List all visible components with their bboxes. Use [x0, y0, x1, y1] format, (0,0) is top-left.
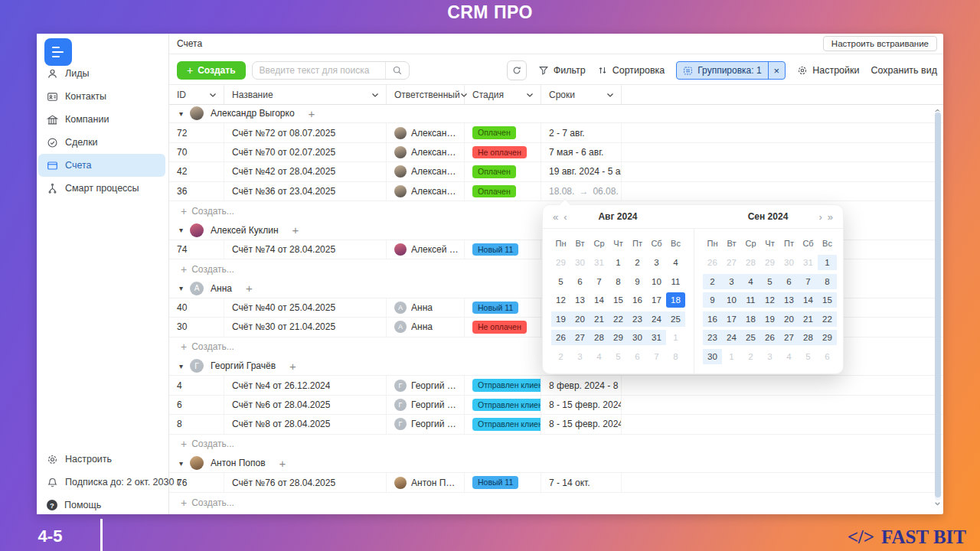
embed-settings-button[interactable]: Настроить встраивание [823, 36, 937, 51]
cell-dates[interactable]: 2 - 7 авг. [541, 123, 622, 142]
collapse-triangle-icon[interactable]: ▾ [179, 362, 183, 370]
cell-responsible[interactable]: ГГеоргий Грачёв [387, 396, 465, 414]
create-invoice-row[interactable]: +Создать... [169, 493, 943, 512]
grouping-close-icon[interactable]: × [768, 62, 786, 79]
calendar-day[interactable]: 1 [666, 328, 685, 347]
stage-badge[interactable]: Отправлен клиенту [472, 418, 541, 431]
calendar-day[interactable]: 1 [818, 253, 837, 272]
calendar-day[interactable]: 22 [818, 310, 837, 329]
calendar-day[interactable]: 24 [647, 310, 666, 329]
calendar-day[interactable]: 4 [666, 253, 685, 272]
calendar-day[interactable]: 15 [818, 291, 837, 310]
cell-dates[interactable]: 19 авг. 2024 - 5 ав... [541, 162, 622, 181]
calendar-day[interactable]: 27 [779, 328, 799, 347]
cell-id[interactable]: 30 [169, 318, 224, 336]
calendar-day[interactable]: 31 [799, 253, 818, 272]
calendar-day[interactable]: 11 [741, 291, 760, 310]
cell-responsible[interactable]: Антон Попов [387, 473, 465, 491]
date-range[interactable]: 7 - 14 окт. [549, 478, 590, 488]
calendar-day[interactable]: 9 [703, 291, 722, 310]
invoice-row[interactable]: 76Счёт №76 от 28.04.2025Антон ПоповНовый… [169, 473, 943, 492]
sidebar-item-1[interactable]: Контакты [38, 85, 165, 108]
calendar-day[interactable]: 29 [609, 328, 628, 347]
calendar-day[interactable]: 2 [628, 253, 647, 272]
cell-title[interactable]: Счёт №4 от 26.12.2024 [224, 376, 387, 394]
add-in-group-button[interactable]: + [246, 282, 253, 295]
invoice-row[interactable]: 6Счёт №6 от 28.04.2025ГГеоргий ГрачёвОтп… [169, 396, 943, 415]
calendar-day[interactable]: 24 [722, 328, 741, 347]
calendar-day[interactable]: 30 [703, 347, 722, 367]
calendar-day[interactable]: 29 [818, 328, 837, 347]
add-in-group-button[interactable]: + [289, 360, 296, 373]
calendar-day[interactable]: 8 [818, 272, 837, 292]
create-invoice-row[interactable]: +Создать... [169, 435, 943, 454]
column-header-title[interactable]: Название [224, 85, 387, 104]
cell-dates[interactable]: 8 - 15 февр. 2024 [541, 396, 622, 414]
stage-badge[interactable]: Новый 11 [472, 243, 518, 256]
sidebar-item-3[interactable]: Сделки [38, 131, 165, 154]
calendar-day[interactable]: 22 [609, 310, 628, 329]
calendar-day[interactable]: 12 [551, 291, 570, 310]
calendar-day[interactable]: 2 [551, 347, 570, 367]
calendar-day[interactable]: 26 [760, 328, 779, 347]
calendar-day[interactable]: 21 [799, 310, 818, 329]
calendar-day[interactable]: 6 [628, 347, 647, 367]
calendar-day[interactable]: 25 [666, 310, 685, 329]
invoice-row[interactable]: 70Счёт №70 от 02.07.2025Александр В...Не… [169, 143, 943, 162]
date-range[interactable]: 8 - 15 февр. 2024 [549, 399, 622, 410]
create-button[interactable]: + Создать [177, 61, 246, 80]
cell-responsible[interactable]: Александр В... [387, 123, 465, 142]
sort-button[interactable]: Сортировка [597, 65, 665, 76]
cell-responsible[interactable]: Александр В... [387, 162, 465, 181]
cell-dates[interactable]: 18.08.→06.08. [541, 182, 622, 201]
sidebar-footer-item-1[interactable]: Подписка до: 2 окт. 2030 г. [38, 471, 165, 494]
cell-dates[interactable]: 8 февр. 2024 - 8 а... [541, 376, 622, 394]
stage-badge[interactable]: Не оплачен [472, 146, 527, 159]
cell-responsible[interactable]: ГГеоргий Грачёв [387, 415, 465, 433]
collapse-triangle-icon[interactable]: ▾ [179, 226, 183, 234]
cell-stage[interactable]: Новый 11 [465, 240, 541, 259]
cell-title[interactable]: Счёт №42 от 28.04.2025 [224, 162, 387, 181]
sidebar-footer-item-0[interactable]: Настроить [38, 448, 165, 471]
cell-stage[interactable]: Отправлен клиенту [465, 415, 541, 433]
cell-responsible[interactable]: ААнна [387, 298, 465, 317]
stage-badge[interactable]: Отправлен клиенту [472, 399, 541, 412]
cell-title[interactable]: Счёт №40 от 25.04.2025 [224, 298, 387, 317]
calendar-day[interactable]: 7 [590, 272, 609, 292]
cell-stage[interactable]: Оплачен [465, 162, 541, 181]
stage-badge[interactable]: Новый 11 [472, 302, 518, 315]
column-header-stage[interactable]: Стадия [465, 85, 541, 104]
invoice-row[interactable]: 4Счёт №4 от 26.12.2024ГГеоргий ГрачёвОтп… [169, 376, 943, 395]
calendar-day[interactable]: 3 [647, 253, 666, 272]
invoice-row[interactable]: 72Счёт №72 от 08.07.2025Александр В...Оп… [169, 123, 943, 142]
cell-id[interactable]: 76 [169, 473, 224, 491]
calendar-day[interactable]: 4 [741, 272, 760, 292]
search-input[interactable] [253, 65, 385, 76]
cell-id[interactable]: 72 [169, 123, 224, 142]
add-in-group-button[interactable]: + [279, 457, 286, 470]
cell-id[interactable]: 36 [169, 182, 224, 201]
calendar-day[interactable]: 21 [590, 310, 609, 329]
date-range-editor[interactable]: 18.08.→06.08. [549, 186, 622, 197]
calendar-day[interactable]: 16 [703, 310, 722, 329]
scrollbar-thumb[interactable] [935, 112, 941, 497]
invoice-row[interactable]: 8Счёт №8 от 28.04.2025ГГеоргий ГрачёвОтп… [169, 415, 943, 434]
cell-title[interactable]: Счёт №74 от 28.04.2025 [224, 240, 387, 259]
cell-stage[interactable]: Новый 11 [465, 298, 541, 317]
calendar-day[interactable]: 29 [760, 253, 779, 272]
next-month-button[interactable]: › [818, 211, 822, 223]
collapse-triangle-icon[interactable]: ▾ [179, 459, 183, 468]
sidebar-item-4[interactable]: Счета [38, 154, 165, 177]
cell-title[interactable]: Счёт №72 от 08.07.2025 [224, 123, 387, 142]
cell-id[interactable]: 6 [169, 396, 224, 414]
calendar-day[interactable]: 26 [703, 253, 722, 272]
group-header-row[interactable]: ▾Антон Попов+ [169, 454, 943, 473]
cell-id[interactable]: 74 [169, 240, 224, 259]
calendar-day[interactable]: 1 [722, 347, 741, 367]
chevron-down-icon[interactable] [209, 92, 217, 98]
cell-stage[interactable]: Оплачен [465, 182, 541, 201]
chevron-down-icon[interactable] [606, 92, 614, 98]
calendar-day[interactable]: 17 [722, 310, 741, 329]
cell-id[interactable]: 8 [169, 415, 224, 433]
sidebar-footer-item-2[interactable]: ?Помощь [38, 494, 165, 517]
